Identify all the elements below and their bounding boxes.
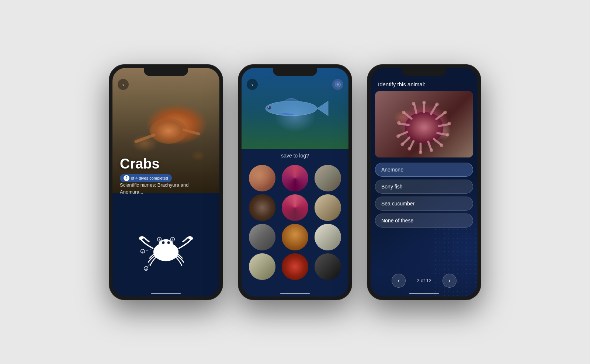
thumbnail-12[interactable] xyxy=(315,253,341,280)
svg-point-44 xyxy=(430,148,433,152)
thumbnail-8[interactable] xyxy=(282,224,308,250)
crabs-title: Crabs xyxy=(120,156,212,172)
home-indicator-2 xyxy=(280,293,310,294)
back-button-1[interactable]: ‹ xyxy=(118,79,129,90)
nav-counter: 2 of 12 xyxy=(417,278,431,283)
svg-line-35 xyxy=(400,124,409,125)
prev-button[interactable]: ‹ xyxy=(392,274,406,288)
phone-1: ‹ Crabs 2 of 4 dives completed Scientifi… xyxy=(109,64,223,300)
option-anemone-label: Anemone xyxy=(381,167,403,173)
thumbnail-11[interactable] xyxy=(282,253,308,280)
svg-point-51 xyxy=(412,102,416,105)
crabs-title-area: Crabs 2 of 4 dives completed xyxy=(120,156,212,182)
phone-2-screen: ‹ save to log? xyxy=(242,68,348,297)
notch-3 xyxy=(402,68,446,76)
svg-text:1: 1 xyxy=(142,250,143,253)
back-icon-2: ‹ xyxy=(251,82,253,87)
dives-text: of 4 dives completed xyxy=(131,176,168,180)
phone-3: Identify this animal: xyxy=(367,64,481,300)
home-indicator-1 xyxy=(151,293,181,294)
svg-point-47 xyxy=(400,142,404,146)
svg-point-42 xyxy=(446,133,450,136)
settings-button-2[interactable] xyxy=(332,79,343,90)
svg-point-2 xyxy=(162,241,164,244)
thumbnail-grid xyxy=(242,165,348,280)
svg-point-43 xyxy=(440,143,444,147)
svg-point-40 xyxy=(443,110,447,114)
dives-number: 2 xyxy=(124,175,129,181)
option-bony-fish-label: Bony fish xyxy=(381,184,403,190)
crabs-description: Scientific names: Brachyura and Anomura.… xyxy=(112,181,219,196)
anemone-svg xyxy=(375,91,473,157)
svg-line-17 xyxy=(148,262,152,267)
thumbnail-6[interactable] xyxy=(315,194,341,221)
svg-line-25 xyxy=(431,105,436,114)
svg-point-18 xyxy=(266,101,317,116)
svg-point-46 xyxy=(407,147,411,150)
thumbnail-2[interactable] xyxy=(282,165,308,191)
svg-line-26 xyxy=(436,113,444,119)
notch-2 xyxy=(273,68,317,76)
svg-point-38 xyxy=(422,101,426,104)
back-icon-1: ‹ xyxy=(122,82,124,87)
fish-svg xyxy=(258,94,332,123)
svg-line-36 xyxy=(405,113,412,118)
svg-line-33 xyxy=(403,138,409,143)
thumbnail-7[interactable] xyxy=(249,224,275,250)
thumbnail-5[interactable] xyxy=(282,194,308,221)
dives-badge: 2 of 4 dives completed xyxy=(120,174,172,182)
next-button[interactable]: › xyxy=(442,274,457,288)
svg-point-50 xyxy=(402,110,406,114)
fish-photo xyxy=(242,68,348,149)
home-indicator-3 xyxy=(409,293,439,294)
option-sea-cucumber[interactable]: Sea cucumber xyxy=(375,197,473,211)
save-log-label: save to log? xyxy=(242,149,348,161)
svg-point-39 xyxy=(435,103,439,106)
svg-point-41 xyxy=(448,122,451,125)
save-log-divider xyxy=(263,161,327,161)
option-none-of-these-label: None of these xyxy=(381,218,413,223)
option-none-of-these[interactable]: None of these xyxy=(375,214,473,228)
thumbnail-4[interactable] xyxy=(249,194,275,221)
settings-icon xyxy=(334,81,341,88)
crab-diagram: 2 3 4 1 xyxy=(112,212,219,285)
svg-line-30 xyxy=(428,142,431,149)
quiz-options: Anemone Bony fish Sea cucumber None of t… xyxy=(371,157,478,233)
svg-point-48 xyxy=(396,134,400,138)
phone-3-screen: Identify this animal: xyxy=(371,68,478,297)
svg-line-29 xyxy=(434,139,441,144)
thumbnail-10[interactable] xyxy=(249,253,275,280)
svg-line-34 xyxy=(399,132,407,135)
thumbnail-9[interactable] xyxy=(315,224,341,250)
svg-point-49 xyxy=(397,121,401,125)
svg-text:2: 2 xyxy=(159,238,160,241)
svg-text:3: 3 xyxy=(172,238,173,241)
option-bony-fish[interactable]: Bony fish xyxy=(375,180,473,194)
svg-point-22 xyxy=(337,83,339,86)
notch-1 xyxy=(144,68,188,76)
next-icon: › xyxy=(448,277,450,284)
option-anemone[interactable]: Anemone xyxy=(375,163,473,177)
quiz-animal-photo xyxy=(375,91,473,157)
thumbnail-3[interactable] xyxy=(315,165,341,191)
svg-line-37 xyxy=(414,104,416,113)
quiz-navigation: ‹ 2 of 12 › xyxy=(371,274,478,288)
svg-point-3 xyxy=(167,241,170,244)
option-sea-cucumber-label: Sea cucumber xyxy=(381,201,414,207)
back-button-2[interactable]: ‹ xyxy=(247,79,258,90)
prev-icon: ‹ xyxy=(398,277,399,284)
svg-line-14 xyxy=(145,249,153,251)
svg-point-20 xyxy=(268,106,269,108)
svg-point-19 xyxy=(267,106,271,110)
phone-2: ‹ save to log? xyxy=(238,64,352,300)
thumbnail-1[interactable] xyxy=(249,165,275,191)
svg-text:4: 4 xyxy=(145,267,147,270)
svg-point-45 xyxy=(419,150,423,154)
crab-body-shape xyxy=(150,118,187,144)
svg-line-32 xyxy=(410,141,414,148)
crab-svg: 2 3 4 1 xyxy=(133,215,199,282)
phone-1-screen: ‹ Crabs 2 of 4 dives completed Scientifi… xyxy=(112,68,219,297)
